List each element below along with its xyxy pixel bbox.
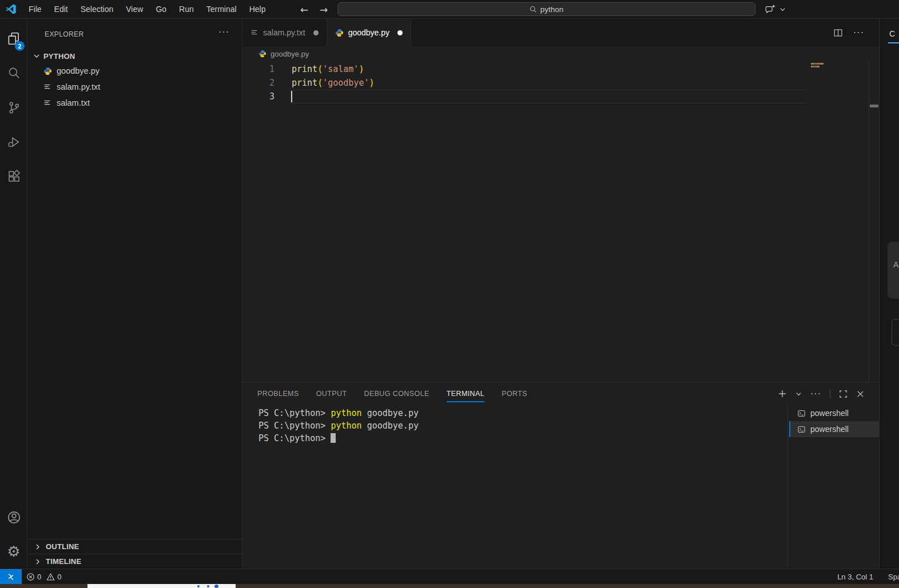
file-salam-py-txt[interactable]: salam.py.txt — [27, 79, 242, 95]
chevron-right-icon — [34, 558, 41, 565]
close-panel-icon[interactable] — [856, 390, 865, 398]
warning-count: 0 — [57, 573, 61, 581]
code-line-3: 3 — [242, 90, 869, 103]
activity-source-control[interactable] — [0, 94, 27, 121]
terminal-list-label: powershell — [810, 425, 849, 434]
chat-input-partial[interactable]: A — [888, 242, 899, 299]
breadcrumb-file[interactable]: goodbye.py — [271, 50, 309, 58]
remote-indicator[interactable] — [0, 569, 22, 584]
text-file-icon — [43, 83, 52, 91]
text-file-icon — [250, 29, 258, 37]
taskbar-dot — [197, 585, 200, 587]
chat-button-partial[interactable] — [892, 319, 899, 346]
file-goodbye-py[interactable]: goodbye.py — [27, 63, 242, 79]
panel-actions: ··· — [778, 387, 865, 400]
taskbar-peek — [0, 584, 899, 588]
tab-ports[interactable]: PORTS — [502, 382, 527, 402]
modified-dot[interactable] — [397, 30, 403, 35]
tab-output[interactable]: OUTPUT — [316, 382, 347, 402]
file-name: salam.py.txt — [57, 82, 100, 91]
tab-goodbye-py[interactable]: goodbye.py — [327, 19, 411, 46]
menu-bar: File Edit Selection View Go Run Terminal… — [22, 0, 272, 19]
maximize-panel-icon[interactable] — [839, 390, 848, 398]
activity-extensions[interactable] — [0, 162, 27, 190]
chat-input-text-partial: A — [893, 260, 898, 269]
terminal-line-prompt: PS C:\python> — [258, 432, 419, 445]
folder-python[interactable]: PYTHON — [27, 49, 242, 63]
section-timeline[interactable]: TIMELINE — [27, 554, 242, 569]
cursor-position-status[interactable]: Ln 3, Col 1 — [837, 569, 873, 584]
activity-account[interactable] — [0, 503, 27, 531]
section-outline[interactable]: OUTLINE — [27, 539, 242, 554]
file-name: salam.txt — [57, 98, 90, 107]
split-editor-icon[interactable] — [833, 28, 843, 38]
explorer-more-actions[interactable]: ··· — [218, 27, 229, 37]
menu-run[interactable]: Run — [173, 0, 200, 19]
activity-search[interactable] — [0, 59, 27, 87]
activity-settings[interactable]: ⚙ — [0, 538, 27, 565]
python-file-icon — [335, 29, 344, 37]
terminal-output[interactable]: PS C:\python> python goodbye.py PS C:\py… — [258, 407, 419, 445]
taskbar-dot — [207, 585, 209, 587]
line-number: 2 — [242, 78, 275, 88]
menu-edit[interactable]: Edit — [48, 0, 74, 19]
problems-status[interactable]: 0 0 — [26, 569, 61, 584]
menu-file[interactable]: File — [22, 0, 48, 19]
forward-arrow-icon[interactable]: → — [316, 0, 332, 19]
activity-bar: 2 — [0, 19, 27, 569]
terminal-list-item-selected[interactable]: powershell — [789, 421, 879, 437]
search-sidebar-icon — [7, 66, 21, 81]
more-actions-icon[interactable]: ··· — [853, 27, 864, 38]
editor-scrollbar[interactable] — [869, 61, 878, 382]
titlebar: File Edit Selection View Go Run Terminal… — [0, 0, 899, 19]
account-icon — [6, 510, 22, 525]
editor-group: salam.py.txt goodbye.py ··· — [242, 19, 879, 569]
extensions-icon — [7, 169, 21, 183]
chat-panel-partial: C A — [879, 19, 899, 569]
tab-problems[interactable]: PROBLEMS — [257, 382, 299, 402]
explorer-badge: 2 — [15, 41, 25, 51]
command-center-search[interactable]: python — [337, 2, 755, 16]
file-name: goodbye.py — [57, 66, 100, 75]
taskbar-window-peek — [87, 584, 236, 588]
gear-icon: ⚙ — [7, 544, 20, 559]
activity-run-debug[interactable] — [0, 128, 27, 155]
minimap[interactable] — [811, 63, 824, 65]
vscode-window: File Edit Selection View Go Run Terminal… — [0, 0, 899, 588]
explorer-header: EXPLORER ··· — [27, 27, 242, 42]
activity-explorer[interactable]: 2 — [0, 25, 27, 53]
tab-strip: salam.py.txt goodbye.py ··· — [242, 19, 879, 46]
chat-tab-partial[interactable]: C — [889, 29, 895, 38]
terminal-list-separator[interactable] — [787, 403, 788, 566]
terminal-list-label: powershell — [810, 409, 849, 418]
breadcrumb[interactable]: goodbye.py — [242, 46, 879, 61]
tab-terminal[interactable]: TERMINAL — [447, 382, 484, 402]
editor-actions: ··· — [833, 19, 864, 46]
launch-profile-chevron-icon[interactable] — [795, 391, 802, 397]
outline-label: OUTLINE — [46, 542, 79, 551]
back-arrow-icon[interactable]: ← — [296, 0, 312, 19]
menu-terminal[interactable]: Terminal — [200, 0, 243, 19]
new-terminal-icon[interactable] — [778, 389, 787, 398]
chevron-right-icon — [34, 543, 41, 550]
vscode-logo-icon — [5, 3, 17, 15]
terminal-icon — [797, 425, 806, 434]
chevron-down-icon — [779, 6, 786, 13]
copilot-chat-button[interactable] — [765, 3, 786, 15]
menu-help[interactable]: Help — [243, 0, 272, 19]
tab-debug-console[interactable]: DEBUG CONSOLE — [364, 382, 429, 402]
tab-salam-py-txt[interactable]: salam.py.txt — [242, 19, 327, 46]
menu-selection[interactable]: Selection — [74, 0, 120, 19]
tab-label: salam.py.txt — [263, 28, 305, 37]
modified-dot[interactable] — [313, 30, 319, 35]
menu-go[interactable]: Go — [149, 0, 173, 19]
code-editor[interactable]: 1print('salam') 2print('goodbye') 3 — [242, 62, 869, 103]
minimap[interactable] — [811, 66, 820, 67]
line-number-active: 3 — [242, 91, 275, 102]
panel-more-actions-icon[interactable]: ··· — [810, 389, 821, 399]
file-salam-txt[interactable]: salam.txt — [27, 95, 242, 111]
terminal-list-item[interactable]: powershell — [789, 405, 879, 421]
menu-view[interactable]: View — [120, 0, 149, 19]
chevron-down-icon — [33, 53, 40, 59]
indentation-status-partial[interactable]: Spa — [888, 569, 899, 584]
